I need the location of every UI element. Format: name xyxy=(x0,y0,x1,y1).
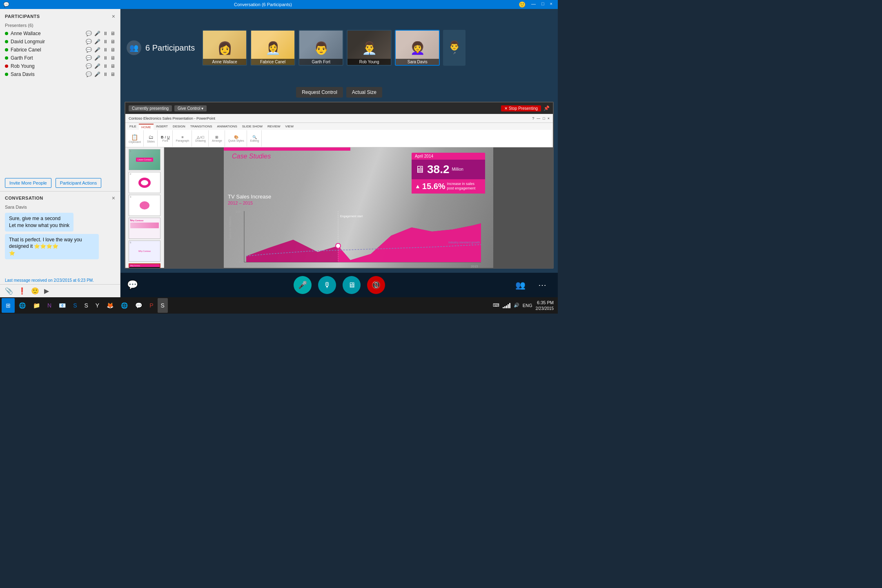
font-italic-btn[interactable]: I xyxy=(165,135,166,139)
pause-icon[interactable]: ⏸ xyxy=(103,39,108,45)
volume-icon[interactable]: 🔊 xyxy=(514,303,519,308)
mic-icon[interactable]: 🎤 xyxy=(94,63,100,69)
ribbon-tab-review[interactable]: REVIEW xyxy=(265,124,283,130)
chat-bubble-btn[interactable]: 💬 xyxy=(127,280,138,290)
taskbar-chrome-btn[interactable]: 🌐 xyxy=(118,298,131,313)
pause-icon[interactable]: ⏸ xyxy=(103,31,108,36)
stop-presenting-button[interactable]: ✕ Stop Presenting xyxy=(501,105,541,111)
ribbon-tab-slideshow[interactable]: SLIDE SHOW xyxy=(240,124,265,130)
pause-icon[interactable]: ⏸ xyxy=(103,63,108,69)
language-indicator[interactable]: ENG xyxy=(523,303,532,308)
taskbar-skype4-btn[interactable]: S xyxy=(158,298,168,313)
give-control-button[interactable]: Give Control ▾ xyxy=(174,105,207,111)
taskbar-skype2-btn[interactable]: S xyxy=(81,298,91,313)
screen-share-button[interactable]: 🖥 xyxy=(343,276,361,294)
conversation-close-btn[interactable]: × xyxy=(112,195,115,201)
ribbon-tab-insert[interactable]: INSERT xyxy=(154,124,170,130)
participants-close-btn[interactable]: × xyxy=(112,13,115,20)
ribbon-tab-view[interactable]: VIEW xyxy=(283,124,296,130)
audio-button[interactable]: 🎙 xyxy=(318,276,336,294)
monitor-icon[interactable]: 🖥 xyxy=(110,39,115,45)
clock[interactable]: 6:35 PM 2/23/2015 xyxy=(536,300,554,311)
taskbar-skype3-btn[interactable]: 💬 xyxy=(132,298,145,313)
taskbar-explorer-btn[interactable]: 📁 xyxy=(30,298,43,313)
taskbar-skypedesktop-btn[interactable]: S xyxy=(70,298,80,313)
pause-icon[interactable]: ⏸ xyxy=(103,47,108,53)
attach-icon[interactable]: 📎 xyxy=(5,287,13,295)
monitor-icon[interactable]: 🖥 xyxy=(110,71,115,77)
monitor-icon[interactable]: 🖥 xyxy=(110,31,115,36)
close-btn[interactable]: × xyxy=(548,1,555,8)
video-thumb-anne[interactable]: 👩 Anne Wallace xyxy=(202,30,247,66)
slide-thumb-2[interactable]: 2 xyxy=(129,172,160,193)
new-slide-icon[interactable]: 🗂 xyxy=(149,134,154,140)
chat-icon[interactable]: 💬 xyxy=(86,71,92,77)
ribbon-tab-file[interactable]: FILE xyxy=(127,124,139,130)
monitor-icon[interactable]: 🖥 xyxy=(110,55,115,61)
chat-icon[interactable]: 💬 xyxy=(86,47,92,53)
invite-more-people-button[interactable]: Invite More People xyxy=(5,178,51,188)
mic-icon[interactable]: 🎤 xyxy=(94,55,100,61)
request-control-button[interactable]: Request Control xyxy=(296,87,343,98)
mute-button[interactable]: 🎤 xyxy=(294,276,312,294)
video-thumb-sara[interactable]: 👩‍🦱 Sara Davis xyxy=(395,30,440,66)
monitor-icon[interactable]: 🖥 xyxy=(110,47,115,53)
keyboard-icon[interactable]: ⌨ xyxy=(493,303,499,308)
ppt-restore-btn[interactable]: □ xyxy=(543,116,545,120)
video-thumb-fabrice[interactable]: 👩‍💼 Fabrice Canel xyxy=(250,30,295,66)
ppt-main-slide-view[interactable]: Why Contoso Case Studies April 2014 🖥 38… xyxy=(164,147,553,269)
ppt-close-btn[interactable]: × xyxy=(548,116,550,120)
urgent-icon[interactable]: ❗ xyxy=(18,287,26,295)
taskbar-firefox-btn[interactable]: 🦊 xyxy=(103,298,117,313)
hang-up-button[interactable]: 📵 xyxy=(367,276,385,294)
video-thumb-garth[interactable]: 👨 Garth Fort xyxy=(298,30,343,66)
pause-icon[interactable]: ⏸ xyxy=(103,55,108,61)
chat-icon[interactable]: 💬 xyxy=(86,31,92,36)
restore-btn[interactable]: □ xyxy=(539,1,546,8)
pin-icon[interactable]: 📌 xyxy=(543,105,550,111)
slide-thumb-6[interactable]: 6 Why Contoso 38.2 xyxy=(129,263,160,269)
mic-icon[interactable]: 🎤 xyxy=(94,39,100,45)
mic-icon[interactable]: 🎤 xyxy=(94,47,100,53)
participants-panel-button[interactable]: 👥 xyxy=(511,276,529,294)
presenters-label: Presenters (6) xyxy=(0,22,120,29)
more-options-button[interactable]: ⋯ xyxy=(533,276,551,294)
font-bold-btn[interactable]: B xyxy=(161,135,164,139)
emoji-icon[interactable]: 🙂 xyxy=(31,287,39,295)
send-icon[interactable]: ▶ xyxy=(44,287,49,295)
mic-icon[interactable]: 🎤 xyxy=(94,31,100,36)
monitor-icon[interactable]: 🖥 xyxy=(110,63,115,69)
video-thumb-rob[interactable]: 👨‍💼 Rob Young xyxy=(347,30,392,66)
chat-icon[interactable]: 💬 xyxy=(86,55,92,61)
ribbon-tab-animations[interactable]: ANIMATIONS xyxy=(215,124,240,130)
participant-actions-button[interactable]: Participant Actions xyxy=(56,178,102,188)
taskbar-powerpoint-btn[interactable]: P xyxy=(146,298,156,313)
slide-thumb-4[interactable]: 4 Why Contoso xyxy=(129,218,160,239)
pause-icon[interactable]: ⏸ xyxy=(103,71,108,77)
chat-icon[interactable]: 💬 xyxy=(86,39,92,45)
taskbar-ie-btn[interactable]: 🌐 xyxy=(16,298,29,313)
ribbon-tab-transitions[interactable]: TRANSITIONS xyxy=(188,124,215,130)
start-button[interactable]: ⊞ xyxy=(2,298,15,313)
ppt-ribbon: FILE HOME INSERT DESIGN TRANSITIONS ANIM… xyxy=(125,123,553,147)
ppt-help-icon[interactable]: ? xyxy=(532,116,534,120)
time-display: 6:35 PM xyxy=(536,300,554,305)
taskbar-yahoo-btn[interactable]: Y xyxy=(92,298,102,313)
paste-icon[interactable]: 📋 xyxy=(131,134,138,140)
slide-thumb-3[interactable]: 3 xyxy=(129,195,160,216)
slide-thumb-5[interactable]: 5 Why Contoso xyxy=(129,241,160,262)
video-more-thumb[interactable]: 👨 ↗ xyxy=(443,30,466,66)
chat-icon[interactable]: 💬 xyxy=(86,63,92,69)
date-display: 2/23/2015 xyxy=(536,306,554,311)
slide-thumb-1[interactable]: 1 Linare-Contoso xyxy=(129,149,160,170)
ppt-minimize-btn[interactable]: — xyxy=(537,116,540,120)
ribbon-tab-home[interactable]: HOME xyxy=(139,124,154,130)
mic-icon[interactable]: 🎤 xyxy=(94,71,100,77)
smiley-icon[interactable]: 🙂 xyxy=(517,1,528,8)
actual-size-button[interactable]: Actual Size xyxy=(346,87,382,98)
ribbon-tab-design[interactable]: DESIGN xyxy=(170,124,188,130)
font-underline-btn[interactable]: U xyxy=(167,135,170,139)
taskbar-onenote-btn[interactable]: N xyxy=(44,298,55,313)
minimize-btn[interactable]: — xyxy=(529,1,538,8)
taskbar-outlook-btn[interactable]: 📧 xyxy=(56,298,69,313)
